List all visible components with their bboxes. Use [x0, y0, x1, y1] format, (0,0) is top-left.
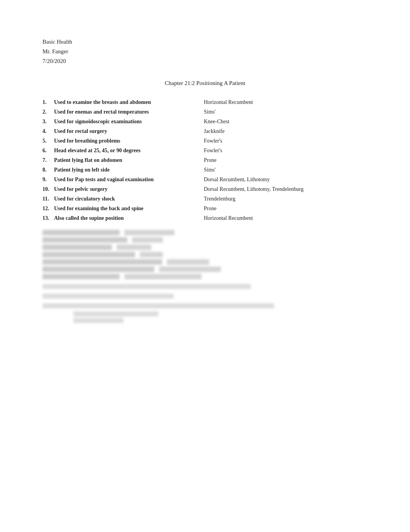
item-question: Patient lying on left side [54, 166, 201, 174]
item-number: 10. [42, 185, 54, 193]
item-number: 7. [42, 156, 54, 164]
item-answer: Horizontal Recumbent [201, 214, 253, 222]
item-question: Used to examine the breasts and abdomen [54, 98, 201, 106]
item-answer: Fowler's [201, 146, 222, 155]
item-number: 11. [42, 195, 54, 203]
blurred-section [42, 230, 368, 323]
item-answer: Trendelenburg [201, 195, 235, 203]
list-item: 13.Also called the supine positionHorizo… [42, 214, 368, 222]
list-item: 2.Used for enemas and rectal temperature… [42, 108, 368, 116]
header-section: Basic Health Mr. Fanger 7/20/2020 [42, 39, 368, 65]
item-answer: Prone [201, 156, 217, 164]
item-answer: Horizontal Recumbent [201, 98, 253, 106]
item-question: Used for rectal surgery [54, 127, 201, 135]
list-item: 12.Used for examining the back and spine… [42, 204, 368, 212]
item-answer: Dorsal Recumbent, Lithotomy [201, 175, 270, 184]
item-answer: Fowler's [201, 137, 222, 145]
item-question: Used for sigmoidoscopic examinations [54, 117, 201, 126]
item-question: Used for enemas and rectal temperatures [54, 108, 201, 116]
header-line3: 7/20/2020 [42, 58, 368, 65]
item-answer: Sims' [201, 166, 216, 174]
header-line1: Basic Health [42, 39, 368, 45]
item-question: Head elevated at 25, 45, or 90 degrees [54, 146, 201, 155]
item-number: 9. [42, 175, 54, 184]
item-number: 5. [42, 137, 54, 145]
list-item: 4.Used for rectal surgeryJackknife [42, 127, 368, 135]
item-question: Used for examining the back and spine [54, 204, 201, 212]
item-question: Used for pelvic surgery [54, 185, 201, 193]
list-item: 1.Used to examine the breasts and abdome… [42, 98, 368, 106]
list-item: 11.Used for circulatory shockTrendelenbu… [42, 195, 368, 203]
header-line2: Mr. Fanger [42, 48, 368, 55]
list-item: 3.Used for sigmoidoscopic examinationsKn… [42, 117, 368, 126]
item-number: 1. [42, 98, 54, 106]
list-item: 8.Patient lying on left sideSims' [42, 166, 368, 174]
item-answer: Sims' [201, 108, 216, 116]
qa-list: 1.Used to examine the breasts and abdome… [42, 98, 368, 222]
item-number: 13. [42, 214, 54, 222]
item-question: Used for circulatory shock [54, 195, 201, 203]
list-item: 10.Used for pelvic surgeryDorsal Recumbe… [42, 185, 368, 193]
item-question: Used for breathing problems [54, 137, 201, 145]
item-number: 12. [42, 204, 54, 212]
item-answer: Jackknife [201, 127, 225, 135]
list-item: 7.Patient lying flat on abdomenProne [42, 156, 368, 164]
chapter-title: Chapter 21:2 Positioning A Patient [42, 80, 368, 87]
list-item: 5.Used for breathing problemsFowler's [42, 137, 368, 145]
item-number: 4. [42, 127, 54, 135]
item-number: 8. [42, 166, 54, 174]
item-answer: Dorsal Recumbent, Lithotomy, Trendelenbu… [201, 185, 303, 193]
item-number: 3. [42, 117, 54, 126]
list-item: 6.Head elevated at 25, 45, or 90 degrees… [42, 146, 368, 155]
item-number: 6. [42, 146, 54, 155]
item-number: 2. [42, 108, 54, 116]
item-question: Patient lying flat on abdomen [54, 156, 201, 164]
item-question: Used for Pap tests and vaginal examinati… [54, 175, 201, 184]
list-item: 9.Used for Pap tests and vaginal examina… [42, 175, 368, 184]
item-answer: Prone [201, 204, 217, 212]
item-answer: Knee-Chest [201, 117, 229, 126]
item-question: Also called the supine position [54, 214, 201, 222]
